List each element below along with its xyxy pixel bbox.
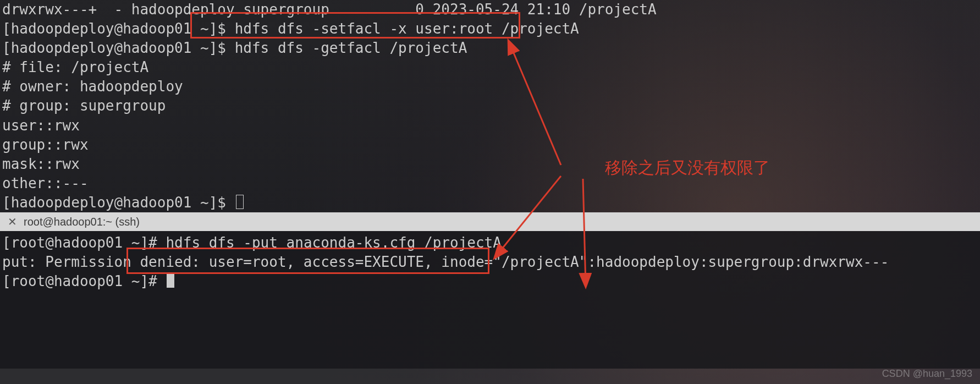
- prompt: [root@hadoop01 ~]#: [2, 273, 166, 289]
- command-getfacl: hdfs dfs -getfacl /projectA: [235, 40, 467, 56]
- prompt: [hadoopdeploy@hadoop01 ~]$: [2, 194, 235, 211]
- terminal-input-line[interactable]: [hadoopdeploy@hadoop01 ~]$ hdfs dfs -get…: [0, 39, 980, 58]
- terminal-input-line[interactable]: [hadoopdeploy@hadoop01 ~]$: [0, 193, 980, 212]
- prompt: [root@hadoop01 ~]#: [2, 234, 166, 251]
- terminal-output-line: user::rwx: [0, 116, 980, 135]
- terminal-output-line: mask::rwx: [0, 155, 980, 174]
- command-put: hdfs dfs -put anaconda-ks.cfg /projectA: [166, 234, 501, 251]
- tab-bar: ✕ root@hadoop01:~ (ssh): [0, 212, 980, 231]
- watermark: CSDN @huan_1993: [882, 368, 972, 380]
- cursor-icon: [236, 195, 244, 209]
- terminal-output-line: # owner: hadoopdeploy: [0, 77, 980, 96]
- command-setfacl: hdfs dfs -setfacl -x user:root /projectA: [235, 20, 579, 37]
- terminal-pane-top[interactable]: drwxrwx---+ - hadoopdeploy supergroup 0 …: [0, 0, 980, 212]
- terminal-pane-bottom[interactable]: [root@hadoop01 ~]# hdfs dfs -put anacond…: [0, 231, 980, 369]
- terminal-output-line: # group: supergroup: [0, 96, 980, 116]
- prompt: [hadoopdeploy@hadoop01 ~]$: [2, 20, 235, 37]
- terminal-output-line: put: Permission denied: user=root, acces…: [0, 253, 980, 272]
- close-icon[interactable]: ✕: [0, 215, 23, 228]
- prompt: [hadoopdeploy@hadoop01 ~]$: [2, 40, 235, 56]
- terminal-output-line: # file: /projectA: [0, 58, 980, 77]
- terminal-input-line[interactable]: [hadoopdeploy@hadoop01 ~]$ hdfs dfs -set…: [0, 19, 980, 39]
- terminal-output-line: other::---: [0, 174, 980, 193]
- terminal-output-line: drwxrwx---+ - hadoopdeploy supergroup 0 …: [0, 0, 980, 19]
- terminal-input-line[interactable]: [root@hadoop01 ~]# hdfs dfs -put anacond…: [0, 233, 980, 253]
- terminal-output-line: group::rwx: [0, 135, 980, 155]
- tab-title[interactable]: root@hadoop01:~ (ssh): [23, 216, 140, 228]
- terminal-input-line[interactable]: [root@hadoop01 ~]#: [0, 272, 980, 291]
- cursor-icon: [167, 273, 174, 288]
- annotation-text: 移除之后又没有权限了: [605, 157, 770, 179]
